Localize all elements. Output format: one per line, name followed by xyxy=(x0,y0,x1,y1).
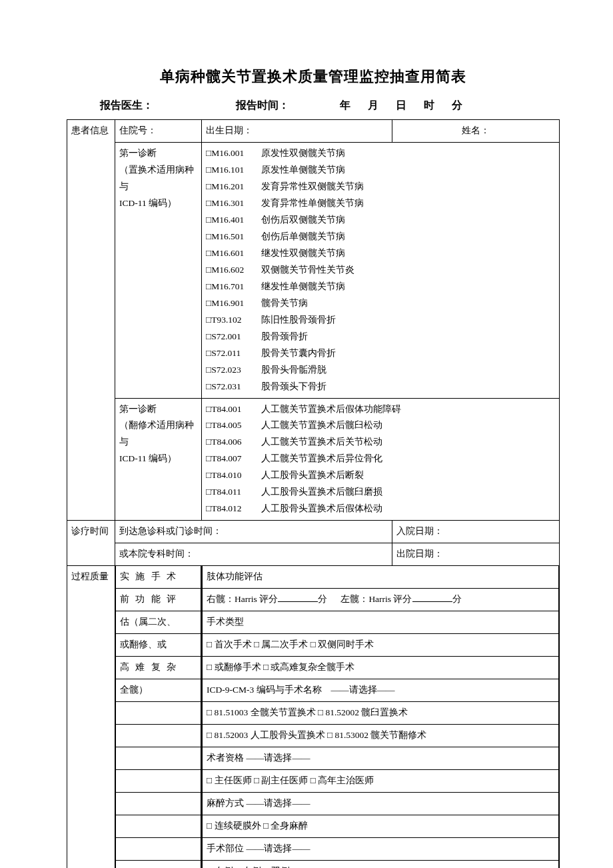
diag1-label-a: 第一诊断 xyxy=(119,145,197,162)
diag2-label-cell: 第一诊断 （翻修术适用病种与 ICD-11 编码） xyxy=(115,398,202,521)
diag-code: □S72.011 xyxy=(206,345,259,362)
diag-option[interactable]: □S72.011 股骨关节囊内骨折 xyxy=(206,345,555,362)
diag-option[interactable]: □T84.006 人工髋关节置换术后关节松动 xyxy=(206,434,555,451)
surgeon-opts[interactable]: □ 主任医师 □ 副主任医师 □ 高年主治医师 xyxy=(203,769,559,792)
diag-text: 陈旧性股骨颈骨折 xyxy=(259,315,336,325)
diag1-label-b: （置换术适用病种与 xyxy=(119,162,197,195)
diag-code: □S72.031 xyxy=(206,379,259,395)
main-form-table: 患者信息 住院号： 出生日期： 姓名： 第一诊断 （置换术适用病种与 ICD-1… xyxy=(67,119,560,868)
diag-code: □M16.901 xyxy=(206,295,259,312)
diag-text: 原发性单侧髋关节病 xyxy=(259,165,345,175)
preop-content: 肢体功能评估 右髋：Harris 评分分 左髋：Harris 评分分 手术类型 … xyxy=(202,566,560,868)
section-process-quality: 过程质量 xyxy=(67,566,115,868)
unit-minute: 分 xyxy=(437,99,462,113)
score-unit-r: 分 xyxy=(318,594,327,604)
admit-date-label: 入院日期： xyxy=(392,521,559,543)
diag-text: 人工股骨头置换术后髋臼磨损 xyxy=(259,487,382,497)
diag-code: □M16.301 xyxy=(206,195,259,212)
score-unit-l: 分 xyxy=(452,594,462,604)
unit-hour: 时 xyxy=(409,99,434,113)
diag-option[interactable]: □T84.011 人工股骨头置换术后髋臼磨损 xyxy=(206,484,555,501)
diag-option[interactable]: □T84.010 人工股骨头置换术后断裂 xyxy=(206,467,555,484)
diag-code: □M16.602 xyxy=(206,262,259,279)
site-opts[interactable]: □ 左侧 □ 右侧 □ 双侧 xyxy=(203,860,559,868)
diag-option[interactable]: □M16.601 继发性双侧髋关节病 xyxy=(206,245,555,262)
diag-code: □T84.007 xyxy=(206,451,259,467)
diag-code: □M16.601 xyxy=(206,245,259,262)
diag-option[interactable]: □M16.301 发育异常性单侧髋关节病 xyxy=(206,195,555,212)
diag-code: □M16.201 xyxy=(206,179,259,195)
harris-left-l: 左髋：Harris 评分 xyxy=(340,594,412,604)
diag-code: □M16.401 xyxy=(206,212,259,229)
diag-option[interactable]: □M16.501 创伤后单侧髋关节病 xyxy=(206,229,555,245)
diag-code: □T84.012 xyxy=(206,501,259,517)
diag-text: 髋骨关节病 xyxy=(259,298,308,308)
diag-option[interactable]: □S72.023 股骨头骨骺滑脱 xyxy=(206,362,555,379)
surg-type-line2[interactable]: □ 或翻修手术 □ 或高难复杂全髋手术 xyxy=(203,657,559,679)
diag-text: 股骨关节囊内骨折 xyxy=(259,348,336,358)
diag-option[interactable]: □M16.201 发育异常性双侧髋关节病 xyxy=(206,179,555,195)
diag-option[interactable]: □S72.031 股骨颈头下骨折 xyxy=(206,379,555,395)
diag2-options: □T84.001 人工髋关节置换术后假体功能障碍□T84.005 人工髋关节置换… xyxy=(202,398,560,521)
diag1-label-cell: 第一诊断 （置换术适用病种与 ICD-11 编码） xyxy=(115,142,202,398)
diag-code: □T84.011 xyxy=(206,484,259,501)
icd9-opt1[interactable]: □ 81.51003 全髋关节置换术 □ 81.52002 髋臼置换术 xyxy=(203,702,559,725)
diag-option[interactable]: □T84.005 人工髋关节置换术后髋臼松动 xyxy=(206,417,555,434)
preop-f: 全髋） xyxy=(116,679,201,702)
diag2-label-b: （翻修术适用病种与 xyxy=(119,417,197,451)
diag-text: 双侧髋关节骨性关节炎 xyxy=(259,265,354,275)
diag-text: 发育异常性单侧髋关节病 xyxy=(259,198,364,208)
surg-type-line1[interactable]: □ 首次手术 □ 属二次手术 □ 双侧同时手术 xyxy=(203,634,559,657)
harris-left-input[interactable] xyxy=(412,593,452,603)
section-visit-time: 诊疗时间 xyxy=(67,521,115,566)
preop-d: 或翻修、或 xyxy=(116,634,201,657)
diag2-label-a: 第一诊断 xyxy=(119,401,197,418)
diag-code: □M16.101 xyxy=(206,162,259,179)
report-time-label: 报告时间： xyxy=(236,99,322,113)
diag2-label-c: ICD-11 编码） xyxy=(119,451,197,467)
diag-code: □M16.001 xyxy=(206,145,259,162)
surgeon-q-h: 术者资格 ——请选择—— xyxy=(203,747,559,769)
diag-text: 股骨头骨骺滑脱 xyxy=(259,365,326,375)
report-doctor-label: 报告医生： xyxy=(100,99,233,113)
diag-option[interactable]: □S72.001 股骨颈骨折 xyxy=(206,329,555,345)
anes-opts[interactable]: □ 连续硬膜外 □ 全身麻醉 xyxy=(203,815,559,837)
harris-right-input[interactable] xyxy=(278,593,318,603)
name-label: 姓名： xyxy=(392,120,559,142)
hospital-no-label: 住院号： xyxy=(115,120,202,143)
report-meta: 报告医生： 报告时间： 年 月 日 时 分 xyxy=(67,99,560,113)
diag-option[interactable]: □T84.007 人工髋关节置换术后异位骨化 xyxy=(206,451,555,467)
preop-a: 实 施 手 术 xyxy=(116,566,201,588)
diag-option[interactable]: □M16.101 原发性单侧髋关节病 xyxy=(206,162,555,179)
diag-option[interactable]: □T84.012 人工股骨头置换术后假体松动 xyxy=(206,501,555,517)
diag-code: □T84.005 xyxy=(206,417,259,434)
diag-text: 股骨颈骨折 xyxy=(259,331,308,341)
diag-text: 人工髋关节置换术后髋臼松动 xyxy=(259,420,382,430)
diag-code: □S72.001 xyxy=(206,329,259,345)
diag-code: □M16.701 xyxy=(206,279,259,295)
icd9-header: ICD-9-CM-3 编码与手术名称 ——请选择—— xyxy=(203,679,559,702)
diag1-options: □M16.001 原发性双侧髋关节病□M16.101 原发性单侧髋关节病□M16… xyxy=(202,142,560,398)
diag-text: 继发性双侧髋关节病 xyxy=(259,248,345,258)
diag-code: □T84.010 xyxy=(206,467,259,484)
site-h: 手术部位 ——请选择—— xyxy=(203,837,559,860)
preop-e: 高 难 复 杂 xyxy=(116,657,201,679)
diag-text: 股骨颈头下骨折 xyxy=(259,381,326,391)
diag-text: 创伤后双侧髋关节病 xyxy=(259,215,345,225)
preop-b: 前 功 能 评 xyxy=(116,589,201,611)
diag-option[interactable]: □M16.701 继发性单侧髋关节病 xyxy=(206,279,555,295)
diag-option[interactable]: □M16.602 双侧髋关节骨性关节炎 xyxy=(206,262,555,279)
discharge-date-label: 出院日期： xyxy=(392,543,559,565)
diag-option[interactable]: □M16.401 创伤后双侧髋关节病 xyxy=(206,212,555,229)
preop-c: 估（属二次、 xyxy=(116,611,201,634)
icd9-opt2[interactable]: □ 81.52003 人工股骨头置换术 □ 81.53002 髋关节翻修术 xyxy=(203,725,559,747)
diag-option[interactable]: □M16.901 髋骨关节病 xyxy=(206,295,555,312)
diag-option[interactable]: □T84.001 人工髋关节置换术后假体功能障碍 xyxy=(206,401,555,418)
diag-text: 原发性双侧髋关节病 xyxy=(259,148,345,158)
diag-option[interactable]: □M16.001 原发性双侧髋关节病 xyxy=(206,145,555,162)
diag-text: 人工髋关节置换术后关节松动 xyxy=(259,437,382,447)
surg-type-h: 手术类型 xyxy=(203,611,559,634)
anes-h: 麻醉方式 ——请选择—— xyxy=(203,792,559,815)
arrival-time-label: 到达急诊科或门诊时间： xyxy=(115,521,392,543)
diag-option[interactable]: □T93.102 陈旧性股骨颈骨折 xyxy=(206,312,555,329)
